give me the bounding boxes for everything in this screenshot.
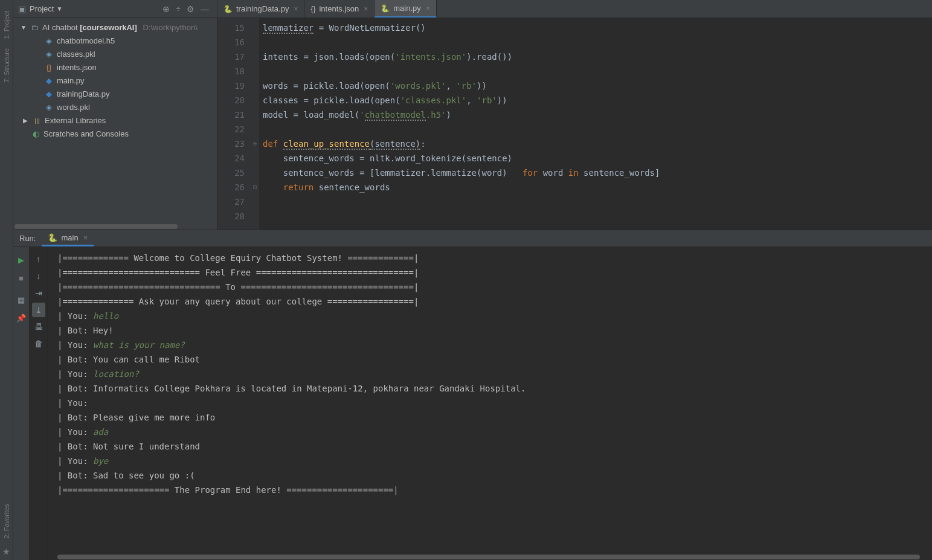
console-output[interactable]: |============= Welcome to College Equiry… — [48, 247, 932, 554]
rerun-icon[interactable]: ▶ — [15, 253, 27, 266]
pin-icon[interactable]: 📌 — [15, 311, 27, 324]
expand-icon[interactable]: ÷ — [176, 4, 181, 14]
down-arrow-icon[interactable]: ↓ — [32, 269, 45, 283]
tree-root-label: AI chatbot [courseworkAI] D:\work\python… — [42, 23, 198, 32]
line-number-gutter: 1516171819202122232425262728 — [217, 18, 251, 230]
locate-icon[interactable]: ⊕ — [162, 4, 170, 14]
fold-gutter[interactable]: ⊖⊟ — [251, 18, 259, 230]
left-tool-gutter: 1: Project 7: Structure 2: Favorites ★ — [0, 0, 13, 560]
py-icon: 🐍 — [381, 4, 390, 13]
tree-file[interactable]: ◈chatbotmodel.h5 — [13, 34, 217, 47]
tool-window-structure[interactable]: 7: Structure — [3, 48, 10, 83]
run-tool-column-1: ▶ ■ ▦ 📌 — [13, 247, 30, 560]
up-arrow-icon[interactable]: ↑ — [32, 252, 45, 266]
close-icon[interactable]: × — [364, 5, 368, 13]
close-icon[interactable]: × — [83, 233, 88, 242]
tool-window-favorites[interactable]: 2: Favorites — [3, 504, 10, 538]
project-horizontal-scrollbar[interactable] — [13, 224, 217, 230]
tree-file[interactable]: ◆trainingData.py — [13, 87, 217, 100]
tree-file-label: intents.json — [57, 63, 97, 72]
project-panel: ▣ Project ▼ ⊕ ÷ ⚙ — ▼ 🗀 AI chatbot [cour… — [13, 0, 217, 230]
tab-label: main.py — [393, 4, 421, 13]
chevron-right-icon[interactable]: ▶ — [23, 117, 30, 124]
file-icon: ◈ — [43, 50, 54, 59]
tree-file[interactable]: ◈words.pkl — [13, 100, 217, 114]
tab-label: trainingData.py — [236, 4, 289, 13]
tool-window-project[interactable]: 1: Project — [3, 11, 10, 39]
file-icon: {} — [43, 63, 54, 72]
tree-file-label: words.pkl — [57, 103, 90, 112]
tree-file-label: trainingData.py — [57, 89, 109, 98]
run-header: Run: 🐍 main × — [13, 230, 932, 247]
file-icon: ◈ — [43, 36, 54, 45]
close-icon[interactable]: × — [426, 4, 430, 13]
run-tab-label: main — [61, 233, 78, 242]
project-tree[interactable]: ▼ 🗀 AI chatbot [courseworkAI] D:\work\py… — [13, 18, 217, 224]
file-icon: ◆ — [43, 89, 54, 98]
run-label: Run: — [13, 230, 42, 246]
python-icon: 🐍 — [48, 233, 57, 242]
chevron-down-icon[interactable]: ▼ — [56, 5, 62, 12]
gear-icon[interactable]: ⚙ — [187, 4, 194, 14]
library-icon: ⫼ — [31, 116, 42, 125]
project-view-title[interactable]: Project — [30, 4, 54, 13]
code-area[interactable]: lemmatizer = WordNetLemmatizer()intents … — [259, 18, 932, 230]
tree-root[interactable]: ▼ 🗀 AI chatbot [courseworkAI] D:\work\py… — [13, 21, 217, 34]
scratch-icon: ◐ — [30, 129, 41, 138]
run-panel: Run: 🐍 main × ▶ ■ ▦ 📌 ↑ ↓ ⇥ ⤓ 🖶 🗑 — [13, 230, 932, 560]
layout-icon[interactable]: ▦ — [15, 293, 27, 306]
tab-label: intents.json — [319, 4, 359, 13]
chevron-down-icon[interactable]: ▼ — [21, 24, 28, 31]
tree-external-libs[interactable]: ▶ ⫼ External Libraries — [13, 114, 217, 127]
hide-icon[interactable]: — — [201, 4, 209, 14]
project-header: ▣ Project ▼ ⊕ ÷ ⚙ — — [13, 0, 217, 18]
file-icon: ◆ — [43, 76, 54, 85]
print-icon[interactable]: 🖶 — [32, 320, 45, 334]
tree-file-label: classes.pkl — [57, 50, 95, 59]
folder-icon: 🗀 — [29, 23, 40, 32]
console-horizontal-scrollbar[interactable] — [57, 554, 932, 560]
folder-icon: ▣ — [18, 4, 26, 14]
tree-file-label: chatbotmodel.h5 — [57, 36, 115, 45]
tree-scratches[interactable]: ◐ Scratches and Consoles — [13, 127, 217, 140]
tree-file-label: main.py — [57, 76, 85, 85]
close-icon[interactable]: × — [294, 5, 298, 13]
editor-area: 🐍trainingData.py×{}intents.json×🐍main.py… — [217, 0, 932, 230]
editor-tab[interactable]: 🐍trainingData.py× — [217, 0, 304, 18]
editor-tab[interactable]: 🐍main.py× — [374, 0, 437, 18]
file-icon: ◈ — [43, 103, 54, 112]
wrap-icon[interactable]: ⇥ — [32, 286, 45, 300]
scroll-to-end-icon[interactable]: ⤓ — [32, 303, 45, 317]
json-icon: {} — [310, 5, 315, 13]
editor-tabs-bar: 🐍trainingData.py×{}intents.json×🐍main.py… — [217, 0, 932, 18]
tree-file[interactable]: {}intents.json — [13, 60, 217, 74]
tree-file[interactable]: ◈classes.pkl — [13, 47, 217, 60]
editor-content[interactable]: 1516171819202122232425262728 ⊖⊟ lemmatiz… — [217, 18, 932, 230]
star-icon: ★ — [2, 547, 10, 556]
tree-file[interactable]: ◆main.py — [13, 74, 217, 87]
editor-tab[interactable]: {}intents.json× — [304, 0, 374, 18]
main-area: ▣ Project ▼ ⊕ ÷ ⚙ — ▼ 🗀 AI chatbot [cour… — [13, 0, 932, 560]
run-tab-main[interactable]: 🐍 main × — [42, 230, 94, 246]
py-icon: 🐍 — [223, 5, 233, 13]
run-tool-column-2: ↑ ↓ ⇥ ⤓ 🖶 🗑 — [30, 247, 48, 560]
trash-icon[interactable]: 🗑 — [32, 336, 45, 351]
stop-icon[interactable]: ■ — [15, 271, 27, 285]
